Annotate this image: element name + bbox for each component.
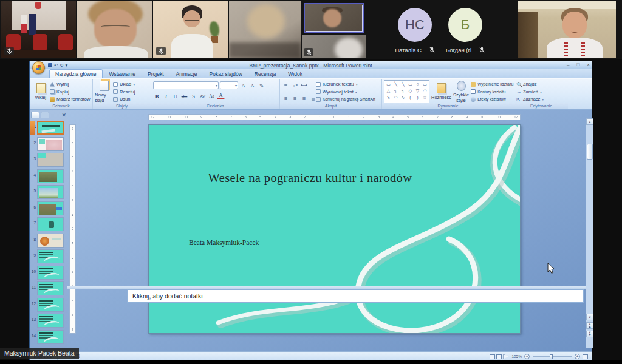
shape-icon[interactable]: ) bbox=[414, 95, 421, 101]
participant-tile-natalia[interactable]: НС Наталія С... bbox=[387, 1, 443, 58]
shape-icon[interactable]: ➘ bbox=[385, 95, 392, 101]
slide-thumbnail-1[interactable]: 1 bbox=[31, 121, 67, 136]
tab-narzedzia-glowne[interactable]: Narzędzia główne bbox=[49, 69, 103, 78]
slide-thumbnail-image[interactable] bbox=[37, 153, 64, 167]
shrink-font-button[interactable]: A bbox=[248, 81, 256, 89]
zoom-slider-thumb[interactable] bbox=[550, 354, 553, 359]
slide-thumbnail-image[interactable] bbox=[37, 249, 64, 263]
close-button[interactable]: × bbox=[587, 62, 590, 67]
convert-smartart-button[interactable]: Konwertuj na grafikę SmartArt bbox=[316, 96, 375, 103]
slide-title-textbox[interactable]: Wesele na pograniczu kultur i narodów bbox=[173, 171, 447, 185]
shape-icon[interactable]: ▭ bbox=[422, 81, 428, 87]
font-name-combo[interactable]: ▾ bbox=[153, 81, 219, 89]
notes-placeholder[interactable]: Kliknij, aby dodać notatki bbox=[128, 290, 583, 300]
slide-thumbnail-image[interactable] bbox=[37, 169, 64, 183]
bold-button[interactable]: B bbox=[153, 92, 161, 100]
numbering-button[interactable]: ⋮≡ bbox=[291, 81, 299, 89]
shape-icon[interactable]: ╲ bbox=[400, 81, 406, 87]
shape-icon[interactable]: ◠ bbox=[422, 88, 428, 94]
reset-button[interactable]: Resetuj bbox=[113, 89, 135, 95]
slide-thumbnail-14[interactable]: 14 bbox=[31, 330, 67, 345]
slide-thumbnail-10[interactable]: 10 bbox=[31, 266, 67, 281]
slide-thumbnail-image[interactable] bbox=[37, 201, 64, 215]
shape-icon[interactable]: ∿ bbox=[400, 95, 406, 101]
zoom-slider[interactable] bbox=[533, 356, 572, 357]
vertical-scrollbar[interactable]: ▲ ▼ ▲▲ ▼▼ bbox=[586, 118, 593, 348]
shape-icon[interactable]: ◇ bbox=[407, 88, 414, 94]
slide-author-textbox[interactable]: Beata Maksymiuk-Pacek bbox=[189, 239, 259, 246]
slide-thumbnail-8[interactable]: 8 bbox=[31, 234, 67, 249]
zoom-out-button[interactable]: − bbox=[524, 354, 530, 359]
participant-video-small[interactable] bbox=[302, 35, 366, 58]
participant-tile-woman-glasses[interactable] bbox=[77, 1, 152, 58]
arrange-button[interactable]: Rozmieść bbox=[431, 80, 451, 103]
slide-thumbnail-image[interactable] bbox=[37, 330, 64, 344]
participant-tile-stacked[interactable] bbox=[302, 1, 366, 58]
slide-thumbnail-image[interactable] bbox=[37, 314, 64, 328]
slide-thumbnail-image[interactable] bbox=[37, 266, 64, 280]
outline-pane-tab[interactable] bbox=[41, 112, 49, 118]
previous-slide-button[interactable]: ▲▲ bbox=[586, 322, 593, 329]
slide-thumbnail-9[interactable]: 9 bbox=[31, 249, 67, 265]
participant-tile-man-vyshyvanka[interactable] bbox=[518, 1, 616, 58]
clear-formatting-button[interactable]: ✎ bbox=[258, 81, 265, 89]
tab-projekt[interactable]: Projekt bbox=[142, 70, 169, 78]
tab-wstawianie[interactable]: Wstawianie bbox=[104, 70, 141, 78]
shape-icon[interactable]: ┐ bbox=[400, 88, 406, 94]
slide-thumbnail-6[interactable]: 6 bbox=[31, 201, 67, 217]
shape-icon[interactable]: ☆ bbox=[422, 95, 428, 101]
find-button[interactable]: 🔍Znajdź bbox=[516, 81, 566, 87]
participant-tile-conference-room[interactable] bbox=[1, 1, 76, 58]
slide-thumbnail-13[interactable]: 13 bbox=[31, 314, 67, 329]
slide-thumbnail-12[interactable]: 12 bbox=[31, 298, 67, 313]
slide-sorter-view-button[interactable] bbox=[496, 354, 502, 359]
align-text-button[interactable]: Wyrównaj tekst▾ bbox=[316, 89, 375, 95]
office-button[interactable] bbox=[32, 61, 45, 74]
slide-thumbnail-image[interactable] bbox=[37, 121, 64, 135]
shape-outline-button[interactable]: Kontury kształtu bbox=[471, 89, 513, 95]
slide-thumbnail-2[interactable]: 2 bbox=[31, 137, 67, 152]
scroll-down-button[interactable]: ▼ bbox=[586, 314, 593, 320]
slide-thumbnail-image[interactable] bbox=[37, 234, 64, 248]
slide-thumbnail-5[interactable]: 5 bbox=[31, 185, 67, 200]
font-color-button[interactable]: A bbox=[217, 92, 225, 99]
shape-effects-button[interactable]: Efekty kształtów bbox=[471, 96, 513, 103]
slide-thumbnail-4[interactable]: 4 bbox=[31, 169, 67, 184]
slide-thumbnail-image[interactable] bbox=[37, 217, 64, 231]
font-size-combo[interactable]: ▾ bbox=[220, 81, 238, 89]
scroll-up-button[interactable]: ▲ bbox=[586, 118, 593, 125]
copy-button[interactable]: Kopiuj bbox=[50, 89, 90, 95]
group-label-slides[interactable]: Slajdy bbox=[93, 103, 151, 109]
shape-icon[interactable]: ◠ bbox=[392, 95, 399, 101]
slides-pane-tab[interactable] bbox=[31, 112, 39, 118]
slideshow-view-button[interactable] bbox=[503, 354, 508, 359]
tab-animacje[interactable]: Animacje bbox=[171, 70, 203, 78]
tab-widok[interactable]: Widok bbox=[282, 70, 308, 78]
character-spacing-button[interactable]: AV bbox=[199, 92, 207, 100]
participant-tile-woman-blurry[interactable] bbox=[229, 1, 301, 58]
group-label-paragraph[interactable]: Akapit bbox=[280, 103, 381, 109]
quick-styles-button[interactable]: Szybkie style bbox=[453, 80, 469, 103]
tab-recenzja[interactable]: Recenzja bbox=[249, 70, 281, 78]
tab-pokaz-slajdow[interactable]: Pokaz slajdów bbox=[203, 70, 247, 78]
underline-button[interactable]: U bbox=[171, 92, 179, 100]
change-case-button[interactable]: Aa bbox=[208, 92, 216, 100]
layout-button[interactable]: Układ▾ bbox=[113, 81, 135, 87]
normal-view-button[interactable] bbox=[490, 354, 495, 359]
shape-icon[interactable]: ○ bbox=[414, 81, 421, 87]
slide-thumbnail-3[interactable]: 3 bbox=[31, 153, 67, 168]
select-button[interactable]: ⇱Zaznacz▾ bbox=[516, 96, 566, 103]
slide-thumbnail-image[interactable] bbox=[37, 137, 64, 151]
slide-thumbnail-image[interactable] bbox=[37, 298, 64, 312]
next-slide-button[interactable]: ▼▼ bbox=[586, 331, 593, 337]
slide-thumbnail-11[interactable]: 11 bbox=[31, 281, 67, 297]
strikethrough-button[interactable]: abc bbox=[180, 92, 188, 100]
active-speaker-video[interactable] bbox=[304, 3, 364, 33]
slide-thumbnail-image[interactable] bbox=[37, 281, 64, 295]
slide-thumbnail-7[interactable]: 7 bbox=[31, 217, 67, 232]
group-label-drawing[interactable]: Rysowanie bbox=[382, 103, 514, 109]
shape-fill-button[interactable]: Wypełnienie kształtu bbox=[471, 81, 513, 87]
text-direction-button[interactable]: Kierunek tekstu▾ bbox=[316, 81, 375, 87]
cut-button[interactable]: Wytnij bbox=[50, 81, 90, 87]
shape-icon[interactable]: ┐ bbox=[392, 88, 399, 94]
